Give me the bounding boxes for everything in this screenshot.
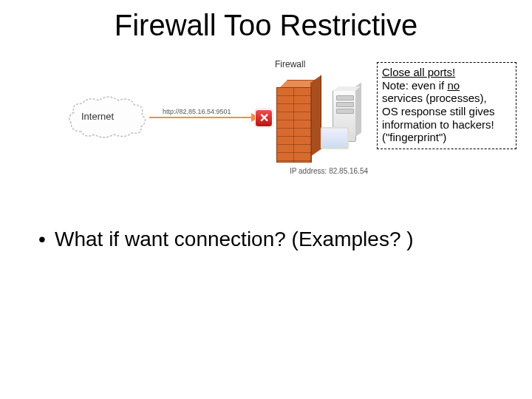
note-line-4: OS response still gives — [382, 105, 495, 117]
note-line-2b: no — [447, 79, 460, 92]
note-line-6: ("fingerprint") — [382, 131, 446, 143]
network-diagram: Internet http://82.85.16.54:9501 ✕ Firew… — [66, 59, 369, 177]
request-arrow-line — [149, 117, 253, 118]
internet-label: Internet — [81, 111, 114, 122]
note-line-5: information to hackers! — [382, 118, 494, 131]
firewall-label: Firewall — [275, 59, 305, 69]
note-line-2a: Note: even if — [382, 79, 447, 92]
note-line-1: Close all ports! — [382, 66, 455, 78]
ip-address-text: IP address: 82.85.16.54 — [290, 167, 368, 175]
page-title: Firewall Too Restrictive — [0, 9, 532, 42]
blocked-x-icon: ✕ — [255, 109, 273, 127]
bullet-list: What if want connection? (Examples? ) — [25, 228, 414, 251]
firewall-icon — [276, 74, 321, 163]
note-box: Close all ports! Note: even if no servic… — [377, 62, 516, 149]
slide: Firewall Too Restrictive Internet http:/… — [0, 0, 532, 399]
request-url-text: http://82.85.16.54:9501 — [163, 108, 231, 115]
monitor-icon — [321, 127, 349, 149]
bullet-item-1: What if want connection? (Examples? ) — [55, 228, 414, 251]
note-line-3: services (processes), — [382, 92, 487, 104]
